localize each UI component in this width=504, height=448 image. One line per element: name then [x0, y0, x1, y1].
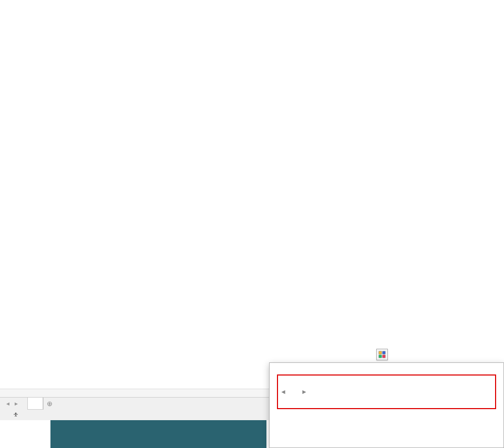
sheet-tabs: ⊕	[27, 398, 56, 410]
svg-rect-3	[383, 355, 385, 358]
empty-columns[interactable]	[382, 0, 504, 389]
sheet-prev-icon[interactable]: ◄	[4, 400, 12, 408]
status-accessibility[interactable]	[13, 412, 21, 418]
sheet-next-icon[interactable]: ►	[13, 400, 20, 408]
svg-rect-2	[379, 355, 382, 358]
svg-point-4	[15, 413, 17, 414]
spreadsheet-grid[interactable]	[10, 0, 504, 389]
accessibility-icon	[13, 412, 19, 418]
quick-analysis-options: ◄ ►	[277, 374, 496, 409]
quick-analysis-popup: ◄ ►	[269, 362, 504, 448]
options-scroll-right-icon[interactable]: ►	[300, 379, 308, 405]
quick-analysis-tabs	[270, 363, 503, 371]
sheet-tab-1[interactable]	[27, 398, 43, 410]
quick-analysis-button[interactable]	[376, 349, 388, 360]
sheet-nav: ◄ ►	[0, 400, 20, 408]
svg-rect-1	[383, 351, 385, 354]
bottom-panel	[50, 420, 266, 448]
quick-analysis-description	[270, 412, 503, 416]
add-sheet-button[interactable]: ⊕	[43, 398, 56, 410]
options-scroll-left-icon[interactable]: ◄	[279, 379, 287, 405]
svg-rect-0	[379, 351, 382, 354]
